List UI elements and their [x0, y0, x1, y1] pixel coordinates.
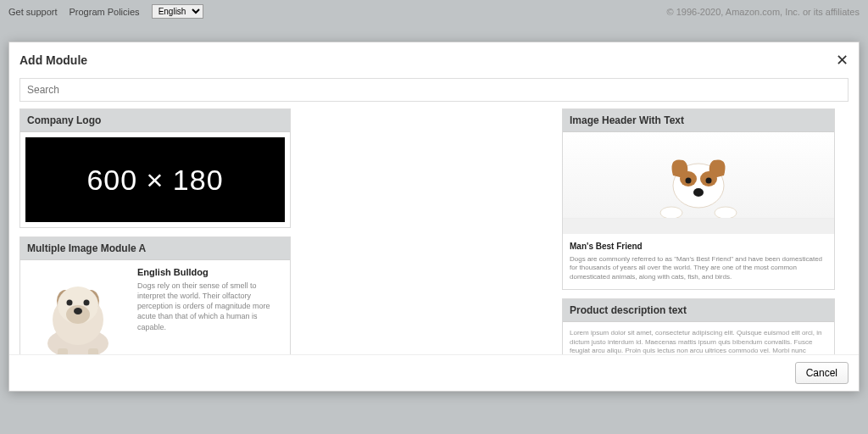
hero-spacer — [563, 219, 834, 234]
add-module-modal: Add Module ✕ Company Logo 600 × 180 Mult… — [8, 42, 860, 392]
svg-point-23 — [706, 178, 712, 184]
modal-title: Add Module — [19, 53, 87, 67]
mim-item-desc: Dogs rely on their sense of smell to int… — [137, 281, 283, 332]
mim-body: English Bulldog Dogs rely on their sense… — [20, 260, 290, 354]
bulldog-image — [27, 267, 129, 354]
svg-point-7 — [84, 300, 90, 306]
modal-footer: Cancel — [9, 354, 859, 391]
svg-point-24 — [693, 188, 704, 197]
svg-point-26 — [715, 207, 737, 218]
svg-rect-10 — [88, 348, 98, 354]
mim-text: English Bulldog Dogs rely on their sense… — [137, 267, 283, 354]
svg-point-25 — [660, 207, 682, 218]
hero-heading: Man's Best Friend — [570, 241, 827, 253]
left-column: Company Logo 600 × 180 Multiple Image Mo… — [19, 108, 291, 354]
svg-point-22 — [686, 178, 692, 184]
svg-point-6 — [67, 300, 73, 306]
search-input[interactable] — [19, 78, 849, 102]
modal-header: Add Module ✕ — [9, 42, 859, 78]
card-title: Multiple Image Module A — [20, 237, 290, 260]
hero-image — [563, 132, 834, 219]
program-policies-link[interactable]: Program Policies — [69, 7, 139, 17]
hero-text: Man's Best Friend Dogs are commonly refe… — [563, 234, 834, 289]
copyright-text: © 1996-2020, Amazon.com, Inc. or its aff… — [667, 7, 860, 17]
page-topbar: Get support Program Policies English © 1… — [0, 0, 868, 23]
cancel-button[interactable]: Cancel — [795, 362, 849, 384]
language-select[interactable]: English — [152, 4, 203, 19]
svg-rect-9 — [58, 348, 68, 354]
pdesc-body: Lorem ipsum dolor sit amet, consectetur … — [563, 322, 834, 354]
mim-item-title: English Bulldog — [137, 267, 283, 277]
image-header-with-text-card[interactable]: Image Header With Text — [562, 108, 835, 290]
card-title: Company Logo — [20, 109, 290, 132]
logo-placeholder: 600 × 180 — [25, 137, 285, 222]
multiple-image-module-card[interactable]: Multiple Image Module A — [19, 236, 291, 354]
hero-body: Dogs are commonly referred to as "Man's … — [570, 255, 827, 282]
card-title: Product description text — [563, 299, 834, 322]
close-icon[interactable]: ✕ — [836, 51, 849, 70]
right-column: Image Header With Text — [562, 108, 835, 354]
svg-point-8 — [74, 308, 82, 314]
product-description-text-card[interactable]: Product description text Lorem ipsum dol… — [562, 298, 835, 354]
company-logo-card[interactable]: Company Logo 600 × 180 — [19, 108, 291, 228]
modal-body: Company Logo 600 × 180 Multiple Image Mo… — [9, 108, 859, 354]
get-support-link[interactable]: Get support — [8, 7, 57, 17]
search-wrap — [9, 78, 859, 108]
card-title: Image Header With Text — [563, 109, 834, 132]
